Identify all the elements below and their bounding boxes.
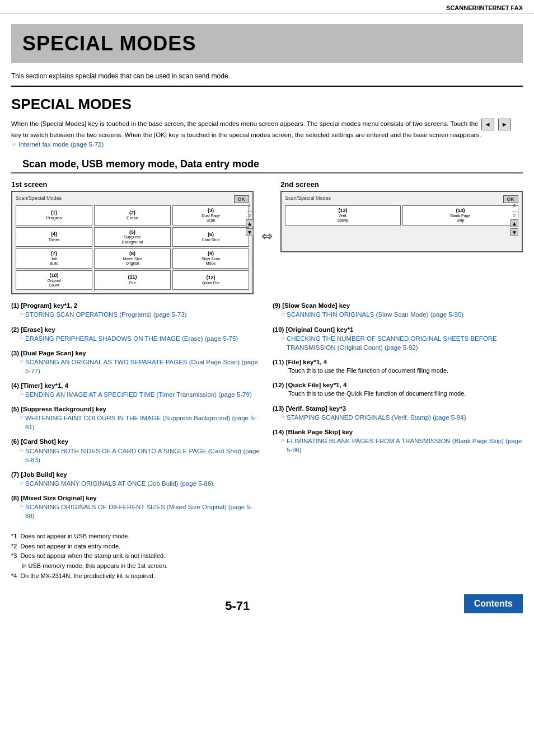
book-icon-10: ☞	[280, 335, 285, 342]
footnote-2: *2 Does not appear in data entry mode.	[11, 542, 523, 552]
screen1-ok[interactable]: OK	[234, 195, 250, 203]
book-icon-7: ☞	[19, 480, 24, 487]
item-2: (2) [Erase] key ☞ ERASING PERIPHERAL SHA…	[11, 325, 261, 343]
screen1-arrow-up[interactable]: ▲	[246, 219, 254, 227]
screen2-ok[interactable]: OK	[503, 195, 519, 203]
screen1-arrow-down[interactable]: ▼	[246, 228, 254, 236]
col-left: (1) [Program] key*1, 2 ☞ STORING SCAN OP…	[11, 301, 267, 526]
divider	[11, 86, 523, 87]
item-9: (9) [Slow Scan Mode] key ☞ SCANNING THIN…	[273, 301, 523, 319]
screen1-grid: (1) Progras (2) Erase (3) Dual PageScan …	[16, 205, 249, 290]
btn-verif-stamp[interactable]: (13) Verif.Stamp	[285, 205, 401, 226]
sub-heading: Scan mode, USB memory mode, Data entry m…	[11, 154, 523, 173]
page-footer: 5-71 Contents	[0, 589, 534, 619]
item-14: (14) [Blank Page Skip] key ☞ ELIMINATING…	[273, 428, 523, 454]
screen1-title-bar: Scan/Special Modes OK	[16, 195, 249, 203]
btn-blank-page-skip[interactable]: (14) Blank PageSkip	[402, 205, 518, 226]
page-number: 5-71	[225, 599, 250, 613]
top-header: SCANNER/INTERNET FAX	[0, 0, 534, 14]
item-8: (8) [Mixed Size Original] key ☞ SCANNING…	[11, 494, 261, 520]
item-12: (12) [Quick File] key*1, 4 Touch this to…	[273, 381, 523, 398]
book-icon-14: ☞	[280, 437, 285, 445]
btn-dual-page-scan[interactable]: (3) Dual PageScan	[172, 205, 249, 226]
btn-slow-scan[interactable]: (9) Slow ScanMode	[172, 248, 249, 269]
col-right: (9) [Slow Scan Mode] key ☞ SCANNING THIN…	[267, 301, 523, 526]
arrow-left-btn: ◄	[481, 119, 494, 130]
screen2-title: Scan/Special Modes	[285, 195, 331, 203]
item-5: (5) [Suppress Background] key ☞ WHITENIN…	[11, 405, 261, 431]
item-1: (1) [Program] key*1, 2 ☞ STORING SCAN OP…	[11, 301, 261, 319]
screen1-side-controls: 1―2 ▲ ▼	[246, 203, 254, 236]
content-list: (1) [Program] key*1, 2 ☞ STORING SCAN OP…	[0, 301, 534, 526]
screen2-label: 2nd screen	[280, 178, 523, 191]
screen1-title: Scan/Special Modes	[16, 195, 62, 203]
footnote-1: *1 Does not appear in USB memory mode.	[11, 532, 523, 542]
book-icon-8: ☞	[19, 503, 24, 511]
book-icon-6: ☞	[19, 447, 24, 455]
item-12-text: Touch this to use the Quick File functio…	[273, 389, 523, 398]
screen2: Scan/Special Modes OK (13) Verif.Stamp (…	[280, 191, 523, 252]
screen2-title-bar: Scan/Special Modes OK	[285, 195, 518, 203]
screen2-arrow-up[interactable]: ▲	[510, 219, 518, 227]
item-4: (4) [Timer] key*1, 4 ☞ SENDING AN IMAGE …	[11, 381, 261, 399]
section-heading: SPECIAL MODES	[0, 92, 534, 116]
btn-card-shot[interactable]: (6) Card Shot	[172, 227, 249, 247]
internet-fax-link[interactable]: Internet fax mode (page 5-72)	[18, 141, 104, 148]
btn-suppress-bg[interactable]: (5) SuppressBackground	[94, 227, 171, 247]
btn-erase[interactable]: (2) Erase	[94, 205, 171, 226]
book-icon-4: ☞	[19, 391, 24, 398]
btn-job-build[interactable]: (7) JobBuild	[16, 248, 92, 269]
btn-original-count[interactable]: (10) OriginalCount	[16, 270, 92, 290]
item-7: (7) [Job Build] key ☞ SCANNING MANY ORIG…	[11, 470, 261, 488]
btn-quick-file[interactable]: (12) Quick File	[172, 270, 249, 290]
title-box: SPECIAL MODES	[11, 24, 523, 63]
screen1-page-indicator: 1―2	[246, 203, 253, 218]
arrow-right-btn: ►	[498, 119, 511, 130]
footnotes: *1 Does not appear in USB memory mode. *…	[0, 526, 534, 583]
section-para1: When the [Special Modes] key is touched …	[11, 120, 480, 127]
screen2-side-controls: 2―2 ▲ ▼	[510, 203, 518, 236]
page-wrapper: SCANNER/INTERNET FAX SPECIAL MODES This …	[0, 0, 534, 756]
book-icon-1: ☞	[19, 311, 24, 318]
book-icon-13: ☞	[280, 414, 285, 421]
screen2-arrow-down[interactable]: ▼	[510, 228, 518, 236]
footnote-4: *4 On the MX-2314N, the productivity kit…	[11, 571, 523, 581]
btn-file[interactable]: (11) File	[94, 270, 171, 290]
book-icon-9: ☞	[280, 311, 285, 318]
section-body: When the [Special Modes] key is touched …	[0, 116, 534, 154]
footnote-3b: In USB memory mode, this appears in the …	[11, 561, 523, 571]
item-6: (6) [Card Shot] key ☞ SCANNING BOTH SIDE…	[11, 437, 261, 464]
btn-timer[interactable]: (4) Timer	[16, 227, 92, 247]
screen1: Scan/Special Modes OK (1) Progras (2) Er…	[11, 191, 254, 294]
screens-arrow: ⇔	[259, 178, 275, 294]
section-para2: key to switch between the two screens. W…	[11, 132, 481, 138]
screen1-label: 1st screen	[11, 178, 254, 191]
book-icon-2: ☞	[19, 335, 24, 342]
header-title: SCANNER/INTERNET FAX	[446, 4, 523, 11]
contents-button[interactable]: Contents	[464, 594, 523, 613]
book-icon-3: ☞	[19, 358, 24, 366]
item-10: (10) [Original Count] key*1 ☞ CHECKING T…	[273, 325, 523, 352]
screen1-col: 1st screen Scan/Special Modes OK (1) Pro…	[11, 178, 254, 294]
item-11: (11) [File] key*1, 4 Touch this to use t…	[273, 358, 523, 375]
screens-row: 1st screen Scan/Special Modes OK (1) Pro…	[0, 178, 534, 294]
item-11-text: Touch this to use the File function of d…	[273, 367, 523, 375]
subtitle-text: This section explains special modes that…	[0, 69, 534, 86]
item-1-link[interactable]: ☞ STORING SCAN OPERATIONS (Programs) (pa…	[11, 310, 261, 319]
footnote-3: *3 Does not appear when the stamp unit i…	[11, 551, 523, 561]
item-3: (3) [Dual Page Scan] key ☞ SCANNING AN O…	[11, 349, 261, 375]
btn-mixed-size[interactable]: (8) Mixed SizeOriginal	[94, 248, 171, 269]
main-heading: SPECIAL MODES	[22, 32, 512, 55]
screen2-page-indicator: 2―2	[512, 203, 517, 218]
book-ref-icon: ☞	[11, 141, 17, 148]
screen2-grid: (13) Verif.Stamp (14) Blank PageSkip	[285, 205, 518, 226]
btn-program[interactable]: (1) Progras	[16, 205, 92, 226]
book-icon-5: ☞	[19, 414, 24, 422]
screen2-col: 2nd screen Scan/Special Modes OK (13) Ve…	[280, 178, 523, 294]
item-13: (13) [Verif. Stamp] key*3 ☞ STAMPING SCA…	[273, 404, 523, 422]
